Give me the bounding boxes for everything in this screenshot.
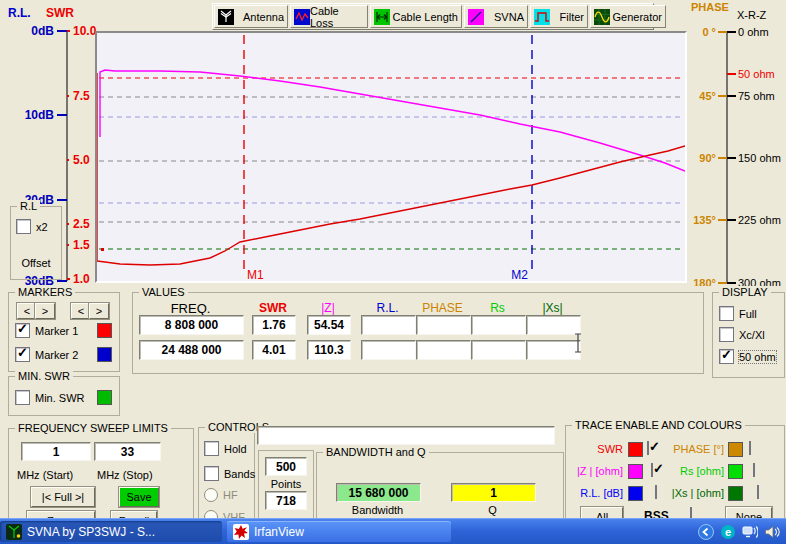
swr-tick-label: 7.5 <box>73 89 90 103</box>
filter-mode-button[interactable]: Filter <box>530 5 588 28</box>
trace-phase-swatch[interactable] <box>728 442 743 457</box>
filter-label: Filter <box>560 11 584 23</box>
trace-xs-swatch[interactable] <box>728 486 743 501</box>
m1-rs-field[interactable] <box>471 315 526 335</box>
trace-swr-swatch[interactable] <box>628 442 643 457</box>
filter-icon <box>534 9 550 25</box>
svna-app-icon <box>6 524 22 540</box>
trace-swr-checkbox[interactable] <box>647 441 649 455</box>
hf-radio[interactable] <box>204 488 218 502</box>
rl-tick-label: 0dB <box>31 24 54 38</box>
m2-z-field[interactable]: 110.3 <box>307 340 351 360</box>
swr-tick-label: 1.0 <box>73 272 90 286</box>
marker2-prev-button[interactable]: < <box>71 303 91 319</box>
antenna-mode-button[interactable]: Antenna <box>214 5 288 28</box>
bands-checkbox[interactable] <box>204 466 219 481</box>
m2-rs-field[interactable] <box>471 340 526 360</box>
phase-tick-label: 45° <box>699 90 716 102</box>
ohm-tick-label: 150 ohm <box>738 152 781 164</box>
tray-volume-icon[interactable] <box>764 524 780 540</box>
swr-tick-label: 1.5 <box>73 238 90 252</box>
min-swr-checkbox[interactable] <box>15 390 30 405</box>
marker1-color-swatch[interactable] <box>97 323 112 338</box>
m1-rl-field[interactable] <box>361 315 416 335</box>
cable-loss-mode-button[interactable]: Cable Loss <box>290 5 368 28</box>
marker1-checkbox[interactable] <box>15 323 30 338</box>
marker2-color-swatch[interactable] <box>97 347 112 362</box>
trace-enable-group: TRACE ENABLE AND COLOURS SWR PHASE [°] |… <box>565 425 785 520</box>
start-freq-label: MHz (Start) <box>17 469 73 481</box>
m1-phase-field[interactable] <box>416 315 471 335</box>
values-group: VALUES FREQ. SWR |Z| R.L. PHASE Rs |Xs| … <box>132 292 704 374</box>
taskbar-irfanview-button[interactable]: IrfanView <box>227 521 451 542</box>
save-button[interactable]: Save <box>119 487 159 507</box>
m1-z-field[interactable]: 54.54 <box>307 315 351 335</box>
taskbar-irfanview-label: IrfanView <box>254 525 304 539</box>
marker1-prev-button[interactable]: < <box>17 303 37 319</box>
svna-mode-button[interactable]: SVNA <box>464 5 528 28</box>
tray-collapse-chevron-icon[interactable] <box>698 524 714 540</box>
points-top-field[interactable]: 500 <box>265 457 307 476</box>
offset-button[interactable]: Offset <box>14 253 58 273</box>
m2-phase-field[interactable] <box>416 340 471 360</box>
rl-offset-group: R.L x2 Offset <box>10 206 62 280</box>
m1-xs-field[interactable] <box>526 315 581 335</box>
bandwidth-field[interactable]: 15 680 000 <box>336 483 421 502</box>
trace-xs-label: |Xs | [ohm] <box>656 487 724 499</box>
m2-swr-field[interactable]: 4.01 <box>252 340 296 360</box>
status-message-input[interactable] <box>257 426 555 445</box>
display-xcxl-label: Xc/Xl <box>739 329 765 341</box>
display-xcxl-checkbox[interactable] <box>719 327 734 342</box>
swr-tick-label: 2.5 <box>73 217 90 231</box>
rl-x2-checkbox[interactable] <box>16 219 31 234</box>
svna-label: SVNA <box>494 11 524 23</box>
trace-xs-checkbox[interactable] <box>757 485 759 499</box>
antenna-icon <box>218 9 234 25</box>
trace-rs-checkbox[interactable] <box>753 463 755 477</box>
marker2-next-button[interactable]: > <box>89 303 109 319</box>
sweep-limits-group: FREQUENCY SWEEP LIMITS 1 33 MHz (Start) … <box>8 428 194 522</box>
display-50ohm-label: 50 ohm <box>739 351 776 363</box>
plot-area[interactable]: M1M2 <box>95 31 687 283</box>
trace-z-checkbox[interactable] <box>651 463 653 477</box>
trace-rs-label: Rs [ohm] <box>656 465 724 477</box>
tray-antivirus-icon[interactable]: e <box>720 524 736 540</box>
swr-tick-label: 10.0 <box>73 24 97 38</box>
taskbar-svna-button[interactable]: SVNA by SP3SWJ - S... <box>0 521 222 542</box>
display-50ohm-checkbox[interactable] <box>719 349 734 364</box>
marker2-checkbox[interactable] <box>15 347 30 362</box>
min-swr-color-swatch[interactable] <box>97 390 112 405</box>
generator-mode-button[interactable]: Generator <box>590 5 666 28</box>
display-full-checkbox[interactable] <box>719 306 734 321</box>
points-bottom-field[interactable]: 718 <box>265 491 307 510</box>
controls-group: CONTROLS Hold Bands HF VHF <box>198 427 255 520</box>
hold-checkbox[interactable] <box>204 441 219 456</box>
full-sweep-button[interactable]: |< Full >| <box>31 487 95 507</box>
ohm-tick-label: 75 ohm <box>738 90 775 102</box>
tray-network-icon[interactable] <box>742 524 758 540</box>
trace-swr-start-dot <box>101 248 104 251</box>
start-freq-input[interactable]: 1 <box>21 442 91 461</box>
cable-length-label: Cable Length <box>393 11 458 23</box>
trace-rl-swatch[interactable] <box>628 486 643 501</box>
trace-rl-label: R.L. [dB] <box>566 487 623 499</box>
stop-freq-input[interactable]: 33 <box>94 442 161 461</box>
cable-length-mode-button[interactable]: Cable Length <box>370 5 462 28</box>
xrz-axis-title: X-R-Z <box>737 9 766 21</box>
swr-tick-label: 5.0 <box>73 153 90 167</box>
m2-rl-field[interactable] <box>361 340 416 360</box>
m2-freq-field[interactable]: 24 488 000 <box>139 340 244 360</box>
trace-rs-swatch[interactable] <box>728 464 743 479</box>
points-panel: 500 Points 718 <box>258 450 314 520</box>
m1-swr-field[interactable]: 1.76 <box>252 315 296 335</box>
right-axis: 0 °45°90°135°180°0 ohm50 ohm75 ohm150 oh… <box>690 24 786 286</box>
trace-phase-label: PHASE [°] <box>656 443 724 455</box>
marker1-next-button[interactable]: > <box>35 303 55 319</box>
m1-freq-field[interactable]: 8 808 000 <box>139 315 244 335</box>
sweep-chart: M1M2 <box>97 33 685 281</box>
trace-z-swatch[interactable] <box>628 464 643 479</box>
q-field[interactable]: 1 <box>451 483 536 502</box>
text-cursor <box>573 333 583 353</box>
cable-loss-label: Cable Loss <box>310 5 364 29</box>
trace-phase-checkbox[interactable] <box>749 441 751 455</box>
